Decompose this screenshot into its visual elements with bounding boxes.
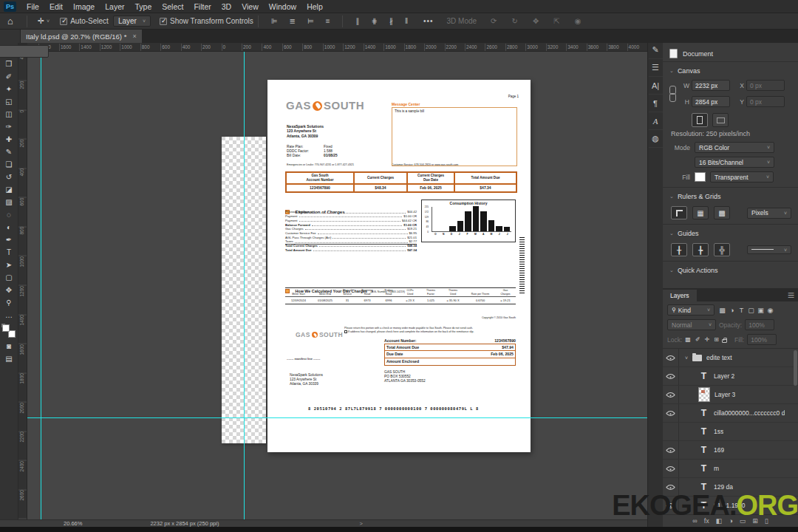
layer-row[interactable]: T169 (663, 441, 798, 460)
layer-thumbnail[interactable] (698, 387, 710, 402)
guide-vertical[interactable] (244, 52, 245, 519)
marquee-tool[interactable]: ❒ (1, 58, 17, 70)
brush-settings-panel-icon[interactable]: ☰ (649, 59, 663, 77)
zoom-level-field[interactable]: 20.66% (64, 520, 82, 527)
healing-brush-tool[interactable]: ✚ (1, 133, 17, 146)
canvas-area[interactable]: Page 1 GAS SOUTH NexaSpark Solutions 123… (27, 52, 647, 519)
layer-filter-icon[interactable]: ▩ (717, 307, 727, 314)
frame-tool[interactable]: ◫ (1, 108, 17, 120)
screen-mode-button[interactable]: ▤ (1, 352, 17, 365)
layer-filter-select[interactable]: ⚲Kind˅ (667, 304, 715, 316)
layer-row[interactable]: ˅edite text (663, 349, 798, 367)
layer-row[interactable]: Tm (663, 460, 798, 478)
home-icon[interactable]: ⌂ (0, 16, 22, 27)
menu-layer[interactable]: Layer (100, 0, 129, 13)
toggle-grid-button[interactable]: ▦ (692, 206, 709, 219)
distribute-icon[interactable]: ⋕ (367, 17, 381, 25)
show-transform-checkbox[interactable] (160, 18, 167, 25)
visibility-toggle[interactable] (663, 367, 679, 385)
layer-filter-icon[interactable]: ◑ (727, 307, 737, 314)
orientation-portrait-button[interactable] (692, 113, 708, 127)
blur-tool[interactable]: ◌ (1, 208, 17, 221)
visibility-toggle[interactable] (663, 441, 679, 459)
pen-tool[interactable]: ✒ (1, 233, 17, 246)
glyphs-panel-icon[interactable]: A (649, 112, 663, 130)
path-selection-tool[interactable]: ➤ (1, 259, 17, 271)
crop-tool[interactable]: ◱ (1, 95, 17, 108)
layer-filter-icon[interactable]: T (737, 307, 746, 314)
gradient-tool[interactable]: ▨ (1, 196, 17, 208)
visibility-toggle[interactable] (663, 349, 679, 366)
character-panel-icon[interactable]: A| (649, 77, 663, 95)
brush-tool[interactable]: ✎ (1, 146, 17, 158)
distribute-icon[interactable]: ‖ (401, 17, 412, 25)
panel-menu-icon[interactable]: ≡ (784, 290, 798, 301)
lock-all-icon[interactable] (722, 339, 727, 343)
fill-swatch[interactable] (695, 172, 706, 182)
guide-horizontal[interactable] (27, 417, 647, 418)
align-icon[interactable]: ⊫ (267, 17, 282, 25)
menu-type[interactable]: Type (129, 0, 157, 13)
move-tool[interactable]: ✛ (0, 45, 49, 58)
layer-row[interactable]: Layer 3 (663, 386, 798, 404)
menu-view[interactable]: View (236, 0, 264, 13)
foreground-color-swatch[interactable] (2, 324, 10, 332)
align-icon[interactable]: ≡ (322, 17, 334, 25)
units-select[interactable]: Pixels˅ (747, 208, 791, 219)
layer-row[interactable]: TLayer 2 (663, 367, 798, 386)
visibility-toggle[interactable] (663, 404, 679, 422)
lasso-tool[interactable]: ✐ (1, 70, 17, 83)
section-rulers-grids[interactable]: ⌄Rulers & Grids (669, 189, 791, 204)
link-dimensions-icon[interactable] (669, 86, 675, 102)
edit-guides-button[interactable]: ╬ (714, 243, 730, 256)
more-tools[interactable]: … (1, 309, 17, 321)
section-guides[interactable]: ⌄Guides (669, 226, 791, 241)
zoom-tool[interactable]: ⚲ (1, 296, 17, 309)
quick-mask-button[interactable]: ◙ (1, 340, 17, 352)
menu-select[interactable]: Select (157, 0, 188, 13)
lock-option-icon[interactable]: ▩ (685, 336, 691, 343)
align-icon[interactable]: ⊨ (304, 17, 318, 25)
visibility-toggle[interactable] (663, 460, 679, 477)
toggle-rulers-button[interactable] (671, 206, 687, 219)
move-tool-icon[interactable]: ✛ (32, 16, 46, 26)
toggle-pixel-grid-button[interactable]: ▩ (714, 206, 730, 219)
height-field[interactable]: 2854 px (692, 96, 730, 107)
fill-select[interactable]: Transparent˅ (710, 171, 774, 183)
document-tab[interactable]: Italy ld.psd @ 20.7% (RGB/16) * × (21, 30, 142, 43)
layer-filter-icon[interactable]: ◉ (765, 307, 775, 314)
color-swatches[interactable] (2, 324, 16, 338)
layer-row[interactable]: T1ss (663, 423, 798, 441)
orientation-landscape-button[interactable] (712, 113, 729, 127)
lock-option-icon[interactable]: ⊞ (714, 336, 719, 343)
eraser-tool[interactable]: ◪ (1, 183, 17, 196)
width-field[interactable]: 2232 px (692, 80, 730, 91)
menu-window[interactable]: Window (264, 0, 301, 13)
menu-edit[interactable]: Edit (44, 0, 68, 13)
paragraph-panel-icon[interactable]: ¶ (649, 95, 663, 112)
more-options-icon[interactable]: ••• (416, 17, 441, 25)
auto-select-target-dropdown[interactable]: Layer ˅ (113, 16, 151, 27)
lock-option-icon[interactable]: ✛ (705, 336, 710, 343)
history-brush-tool[interactable]: ↺ (1, 171, 17, 183)
guide-style-select[interactable]: ˅ (747, 245, 791, 254)
menu-filter[interactable]: Filter (188, 0, 216, 13)
close-icon[interactable]: × (132, 33, 136, 40)
bit-depth-select[interactable]: 16 Bits/Channel˅ (695, 157, 774, 168)
visibility-toggle[interactable] (663, 386, 679, 403)
quick-selection-tool[interactable]: ✦ (1, 83, 17, 95)
menu-help[interactable]: Help (301, 0, 328, 13)
mode-select[interactable]: RGB Color˅ (695, 142, 774, 153)
chevron-down-icon[interactable]: ˅ (46, 18, 55, 24)
dodge-tool[interactable]: ◐ (1, 221, 17, 233)
layers-tab[interactable]: Layers (663, 290, 697, 301)
auto-select-checkbox[interactable] (60, 18, 67, 25)
layers-scrollbar[interactable] (794, 350, 797, 386)
menu-image[interactable]: Image (68, 0, 100, 13)
distribute-icon[interactable]: ∦ (386, 17, 397, 25)
visibility-toggle[interactable] (663, 423, 679, 440)
type-tool[interactable]: T (1, 246, 17, 259)
eyedropper-tool[interactable]: ✑ (1, 120, 17, 133)
libraries-panel-icon[interactable]: ◍ (649, 130, 663, 148)
distribute-icon[interactable]: ∥ (352, 17, 363, 25)
